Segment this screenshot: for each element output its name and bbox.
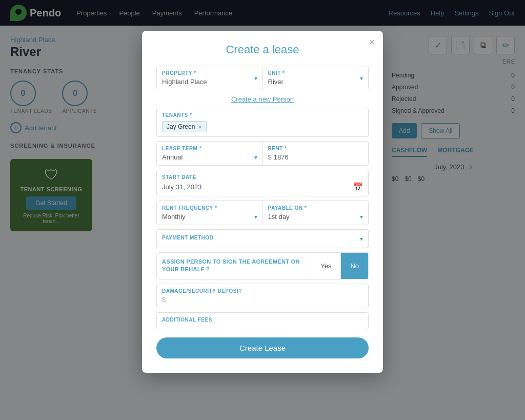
assign-no-button[interactable]: No <box>341 253 368 279</box>
rent-field[interactable]: RENT * $ 1876 <box>263 142 369 165</box>
rent-label: RENT * <box>268 146 364 151</box>
payable-on-value: 1st day <box>268 213 290 221</box>
tenants-label: TENANTS * <box>162 112 363 118</box>
payable-on-label: PAYABLE ON * <box>268 205 364 211</box>
unit-label: UNIT * <box>268 70 364 76</box>
property-unit-row: PROPERTY * Highland Place ▾ UNIT * River… <box>156 66 369 90</box>
lease-term-label: LEASE TERM * <box>162 146 257 151</box>
rent-frequency-field[interactable]: RENT FREQUENCY * Monthly ▾ <box>157 201 263 225</box>
rent-freq-payable-row: RENT FREQUENCY * Monthly ▾ PAYABLE ON * … <box>156 201 369 225</box>
create-lease-modal: × Create a lease PROPERTY * Highland Pla… <box>142 31 383 373</box>
lease-term-value: Annual <box>162 153 183 161</box>
property-label: PROPERTY * <box>162 70 257 76</box>
create-person-link[interactable]: Create a new Person <box>231 95 294 103</box>
payment-method-dropdown-icon: ▾ <box>360 235 363 243</box>
additional-fees-label: ADDITIONAL FEES <box>162 317 363 323</box>
rent-frequency-value: Monthly <box>162 213 186 221</box>
payable-on-field[interactable]: PAYABLE ON * 1st day ▾ <box>263 201 369 225</box>
property-dropdown-icon: ▾ <box>254 75 257 82</box>
rent-value: 1876 <box>274 153 289 161</box>
payable-on-dropdown-icon: ▾ <box>360 213 363 221</box>
additional-fees-field[interactable]: ADDITIONAL FEES <box>156 312 369 329</box>
property-field[interactable]: PROPERTY * Highland Place ▾ <box>157 66 263 90</box>
assign-person-row: ASSIGN PERSON TO SIGN THE AGREEMENT ON Y… <box>156 252 369 279</box>
unit-dropdown-icon: ▾ <box>360 75 363 82</box>
start-date-field[interactable]: START DATE July 31, 2023 📅 <box>156 170 369 196</box>
assign-person-buttons: Yes No <box>311 253 368 279</box>
rent-freq-dropdown-icon: ▾ <box>254 213 257 221</box>
create-lease-button[interactable]: Create Lease <box>156 337 369 358</box>
lease-term-rent-row: LEASE TERM * Annual ▾ RENT * $ 1876 <box>156 141 369 166</box>
tenants-section: TENANTS * Jay Green × <box>156 108 369 137</box>
lease-term-field[interactable]: LEASE TERM * Annual ▾ <box>157 142 263 165</box>
start-date-label: START DATE <box>162 174 363 180</box>
start-date-value: July 31, 2023 <box>162 183 201 191</box>
lease-term-dropdown-icon: ▾ <box>254 154 257 161</box>
modal-title: Create a lease <box>156 43 369 56</box>
calendar-icon: 📅 <box>353 182 363 192</box>
assign-yes-button[interactable]: Yes <box>311 253 341 279</box>
unit-field[interactable]: UNIT * River ▾ <box>263 66 369 90</box>
damage-deposit-field[interactable]: DAMAGE/SECURITY DEPOSIT $ <box>156 284 369 308</box>
payment-method-label: PAYMENT METHOD <box>162 235 363 241</box>
unit-value: River <box>268 78 284 86</box>
rent-frequency-label: RENT FREQUENCY * <box>162 205 257 211</box>
close-button[interactable]: × <box>369 37 375 47</box>
rent-dollar-symbol: $ <box>268 153 272 161</box>
tenant-name: Jay Green <box>167 123 195 130</box>
assign-person-label: ASSIGN PERSON TO SIGN THE AGREEMENT ON Y… <box>157 253 311 279</box>
property-value: Highland Place <box>162 78 207 86</box>
damage-deposit-label: DAMAGE/SECURITY DEPOSIT <box>162 288 363 294</box>
payment-method-field[interactable]: PAYMENT METHOD ▾ <box>156 229 369 248</box>
create-person-section: Create a new Person <box>156 94 369 104</box>
damage-deposit-symbol: $ <box>162 296 363 304</box>
tenant-tag: Jay Green × <box>162 121 207 132</box>
tenant-remove-button[interactable]: × <box>198 124 202 130</box>
